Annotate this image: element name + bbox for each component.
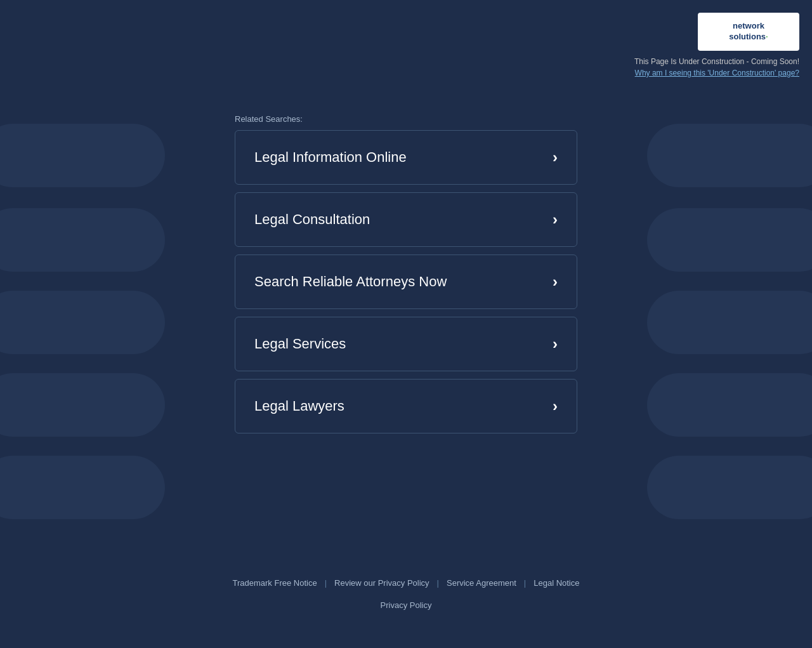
search-item-legal-services[interactable]: Legal Services›	[235, 317, 577, 371]
search-item-legal-information-online[interactable]: Legal Information Online›	[235, 130, 577, 185]
search-item-legal-lawyers[interactable]: Legal Lawyers›	[235, 379, 577, 433]
search-item-legal-consultation[interactable]: Legal Consultation›	[235, 192, 577, 247]
header: network solutions· This Page Is Under Co…	[622, 0, 812, 90]
search-links-list: Legal Information Online›Legal Consultat…	[235, 130, 577, 441]
under-construction-link[interactable]: Why am I seeing this 'Under Construction…	[635, 69, 799, 77]
chevron-right-icon: ›	[553, 211, 558, 228]
search-item-search-reliable-attorneys[interactable]: Search Reliable Attorneys Now›	[235, 255, 577, 309]
bg-pill-right-5	[647, 456, 812, 519]
logo-dot: ·	[766, 32, 768, 41]
privacy-policy-link[interactable]: Privacy Policy	[381, 600, 432, 610]
search-item-label-search-reliable-attorneys: Search Reliable Attorneys Now	[254, 274, 447, 290]
logo-network: network	[733, 21, 764, 30]
footer: Trademark Free Notice|Review our Privacy…	[0, 578, 812, 610]
search-item-label-legal-services: Legal Services	[254, 336, 346, 352]
search-item-label-legal-information-online: Legal Information Online	[254, 149, 407, 166]
footer-links: Trademark Free Notice|Review our Privacy…	[225, 578, 587, 588]
footer-link-trademark-free-notice[interactable]: Trademark Free Notice	[225, 578, 324, 588]
search-item-label-legal-consultation: Legal Consultation	[254, 211, 370, 228]
footer-link-service-agreement[interactable]: Service Agreement	[439, 578, 524, 588]
bg-pill-left-5	[0, 456, 165, 519]
footer-link-review-privacy-policy[interactable]: Review our Privacy Policy	[327, 578, 437, 588]
chevron-right-icon: ›	[553, 273, 558, 291]
network-solutions-logo: network solutions·	[698, 13, 799, 51]
footer-link-legal-notice[interactable]: Legal Notice	[526, 578, 587, 588]
logo-solutions: solutions	[729, 32, 766, 41]
chevron-right-icon: ›	[553, 149, 558, 166]
chevron-right-icon: ›	[553, 397, 558, 415]
chevron-right-icon: ›	[553, 335, 558, 353]
under-construction-status: This Page Is Under Construction - Coming…	[634, 57, 799, 66]
related-searches-label: Related Searches:	[235, 114, 577, 124]
search-item-label-legal-lawyers: Legal Lawyers	[254, 398, 344, 414]
